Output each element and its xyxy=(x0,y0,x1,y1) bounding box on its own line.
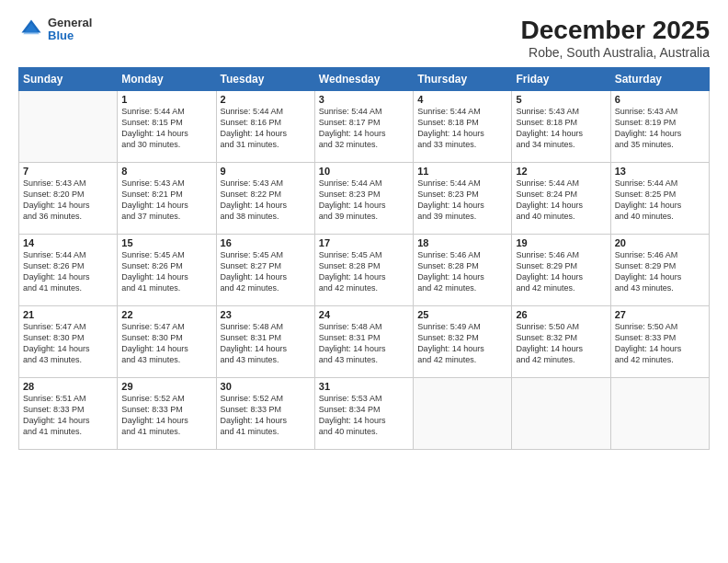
day-info: Sunrise: 5:45 AM Sunset: 8:26 PM Dayligh… xyxy=(121,249,211,294)
day-number: 29 xyxy=(121,381,211,392)
day-number: 23 xyxy=(221,309,311,320)
logo-general-label: General xyxy=(48,17,92,29)
day-number: 4 xyxy=(417,94,507,105)
day-number: 1 xyxy=(121,94,211,105)
main-title: December 2025 xyxy=(521,17,710,45)
day-info: Sunrise: 5:50 AM Sunset: 8:33 PM Dayligh… xyxy=(615,321,705,366)
col-header-sunday: Sunday xyxy=(19,67,118,90)
day-cell xyxy=(610,377,709,449)
day-info: Sunrise: 5:44 AM Sunset: 8:15 PM Dayligh… xyxy=(121,106,211,151)
calendar-header: SundayMondayTuesdayWednesdayThursdayFrid… xyxy=(19,67,710,90)
day-number: 24 xyxy=(319,309,409,320)
day-number: 10 xyxy=(319,166,409,177)
logo-blue-label: Blue xyxy=(48,29,92,42)
day-info: Sunrise: 5:43 AM Sunset: 8:19 PM Dayligh… xyxy=(615,106,705,151)
day-info: Sunrise: 5:46 AM Sunset: 8:28 PM Dayligh… xyxy=(417,249,507,294)
header-row: SundayMondayTuesdayWednesdayThursdayFrid… xyxy=(19,67,710,90)
day-cell: 30Sunrise: 5:52 AM Sunset: 8:33 PM Dayli… xyxy=(216,377,314,449)
day-cell: 11Sunrise: 5:44 AM Sunset: 8:23 PM Dayli… xyxy=(414,162,512,234)
day-info: Sunrise: 5:44 AM Sunset: 8:16 PM Dayligh… xyxy=(221,106,311,151)
day-cell: 8Sunrise: 5:43 AM Sunset: 8:21 PM Daylig… xyxy=(118,162,216,234)
day-number: 22 xyxy=(121,309,211,320)
day-cell: 20Sunrise: 5:46 AM Sunset: 8:29 PM Dayli… xyxy=(610,234,709,305)
day-info: Sunrise: 5:43 AM Sunset: 8:21 PM Dayligh… xyxy=(121,178,211,223)
day-cell: 4Sunrise: 5:44 AM Sunset: 8:18 PM Daylig… xyxy=(414,90,512,162)
day-cell: 7Sunrise: 5:43 AM Sunset: 8:20 PM Daylig… xyxy=(19,162,118,234)
day-cell: 3Sunrise: 5:44 AM Sunset: 8:17 PM Daylig… xyxy=(314,90,413,162)
day-cell xyxy=(19,90,118,162)
day-info: Sunrise: 5:53 AM Sunset: 8:34 PM Dayligh… xyxy=(319,393,409,438)
day-number: 31 xyxy=(319,381,409,392)
header: General Blue December 2025 Robe, South A… xyxy=(18,17,710,60)
day-cell: 27Sunrise: 5:50 AM Sunset: 8:33 PM Dayli… xyxy=(610,305,709,377)
day-cell: 25Sunrise: 5:49 AM Sunset: 8:32 PM Dayli… xyxy=(414,305,512,377)
day-number: 13 xyxy=(615,166,705,177)
day-info: Sunrise: 5:44 AM Sunset: 8:26 PM Dayligh… xyxy=(23,249,113,294)
day-cell: 26Sunrise: 5:50 AM Sunset: 8:32 PM Dayli… xyxy=(512,305,610,377)
day-cell: 22Sunrise: 5:47 AM Sunset: 8:30 PM Dayli… xyxy=(118,305,216,377)
logo-icon xyxy=(18,17,44,42)
day-info: Sunrise: 5:47 AM Sunset: 8:30 PM Dayligh… xyxy=(23,321,113,366)
day-cell: 18Sunrise: 5:46 AM Sunset: 8:28 PM Dayli… xyxy=(414,234,512,305)
calendar: SundayMondayTuesdayWednesdayThursdayFrid… xyxy=(18,67,710,450)
day-number: 3 xyxy=(319,94,409,105)
day-cell: 13Sunrise: 5:44 AM Sunset: 8:25 PM Dayli… xyxy=(610,162,709,234)
day-cell: 2Sunrise: 5:44 AM Sunset: 8:16 PM Daylig… xyxy=(216,90,314,162)
day-cell: 17Sunrise: 5:45 AM Sunset: 8:28 PM Dayli… xyxy=(314,234,413,305)
day-cell: 6Sunrise: 5:43 AM Sunset: 8:19 PM Daylig… xyxy=(610,90,709,162)
week-row-2: 7Sunrise: 5:43 AM Sunset: 8:20 PM Daylig… xyxy=(19,162,710,234)
day-number: 25 xyxy=(417,309,507,320)
day-number: 16 xyxy=(221,237,311,248)
day-number: 5 xyxy=(516,94,606,105)
day-cell: 28Sunrise: 5:51 AM Sunset: 8:33 PM Dayli… xyxy=(19,377,118,449)
day-cell xyxy=(414,377,512,449)
day-number: 26 xyxy=(516,309,606,320)
col-header-monday: Monday xyxy=(118,67,216,90)
day-info: Sunrise: 5:50 AM Sunset: 8:32 PM Dayligh… xyxy=(516,321,606,366)
col-header-thursday: Thursday xyxy=(414,67,512,90)
col-header-tuesday: Tuesday xyxy=(216,67,314,90)
day-info: Sunrise: 5:44 AM Sunset: 8:18 PM Dayligh… xyxy=(417,106,507,151)
day-cell: 31Sunrise: 5:53 AM Sunset: 8:34 PM Dayli… xyxy=(314,377,413,449)
day-info: Sunrise: 5:44 AM Sunset: 8:25 PM Dayligh… xyxy=(615,178,705,223)
day-info: Sunrise: 5:48 AM Sunset: 8:31 PM Dayligh… xyxy=(221,321,311,366)
day-cell: 10Sunrise: 5:44 AM Sunset: 8:23 PM Dayli… xyxy=(314,162,413,234)
day-number: 6 xyxy=(615,94,705,105)
day-info: Sunrise: 5:44 AM Sunset: 8:17 PM Dayligh… xyxy=(319,106,409,151)
day-number: 11 xyxy=(417,166,507,177)
day-number: 19 xyxy=(516,237,606,248)
day-info: Sunrise: 5:51 AM Sunset: 8:33 PM Dayligh… xyxy=(23,393,113,438)
calendar-body: 1Sunrise: 5:44 AM Sunset: 8:15 PM Daylig… xyxy=(19,90,710,449)
day-info: Sunrise: 5:43 AM Sunset: 8:18 PM Dayligh… xyxy=(516,106,606,151)
day-info: Sunrise: 5:44 AM Sunset: 8:23 PM Dayligh… xyxy=(417,178,507,223)
col-header-saturday: Saturday xyxy=(610,67,709,90)
page: General Blue December 2025 Robe, South A… xyxy=(0,0,728,563)
day-cell: 24Sunrise: 5:48 AM Sunset: 8:31 PM Dayli… xyxy=(314,305,413,377)
day-number: 17 xyxy=(319,237,409,248)
day-number: 14 xyxy=(23,237,113,248)
day-cell: 23Sunrise: 5:48 AM Sunset: 8:31 PM Dayli… xyxy=(216,305,314,377)
week-row-1: 1Sunrise: 5:44 AM Sunset: 8:15 PM Daylig… xyxy=(19,90,710,162)
day-number: 30 xyxy=(221,381,311,392)
day-info: Sunrise: 5:52 AM Sunset: 8:33 PM Dayligh… xyxy=(221,393,311,438)
day-number: 20 xyxy=(615,237,705,248)
day-cell: 14Sunrise: 5:44 AM Sunset: 8:26 PM Dayli… xyxy=(19,234,118,305)
day-info: Sunrise: 5:45 AM Sunset: 8:28 PM Dayligh… xyxy=(319,249,409,294)
col-header-friday: Friday xyxy=(512,67,610,90)
day-number: 18 xyxy=(417,237,507,248)
day-cell: 29Sunrise: 5:52 AM Sunset: 8:33 PM Dayli… xyxy=(118,377,216,449)
day-cell: 12Sunrise: 5:44 AM Sunset: 8:24 PM Dayli… xyxy=(512,162,610,234)
day-info: Sunrise: 5:43 AM Sunset: 8:22 PM Dayligh… xyxy=(221,178,311,223)
day-info: Sunrise: 5:46 AM Sunset: 8:29 PM Dayligh… xyxy=(516,249,606,294)
day-info: Sunrise: 5:43 AM Sunset: 8:20 PM Dayligh… xyxy=(23,178,113,223)
day-number: 7 xyxy=(23,166,113,177)
day-cell: 9Sunrise: 5:43 AM Sunset: 8:22 PM Daylig… xyxy=(216,162,314,234)
day-cell: 16Sunrise: 5:45 AM Sunset: 8:27 PM Dayli… xyxy=(216,234,314,305)
logo: General Blue xyxy=(18,17,92,43)
day-info: Sunrise: 5:52 AM Sunset: 8:33 PM Dayligh… xyxy=(121,393,211,438)
day-cell: 15Sunrise: 5:45 AM Sunset: 8:26 PM Dayli… xyxy=(118,234,216,305)
day-number: 21 xyxy=(23,309,113,320)
week-row-5: 28Sunrise: 5:51 AM Sunset: 8:33 PM Dayli… xyxy=(19,377,710,449)
day-cell: 5Sunrise: 5:43 AM Sunset: 8:18 PM Daylig… xyxy=(512,90,610,162)
day-info: Sunrise: 5:48 AM Sunset: 8:31 PM Dayligh… xyxy=(319,321,409,366)
